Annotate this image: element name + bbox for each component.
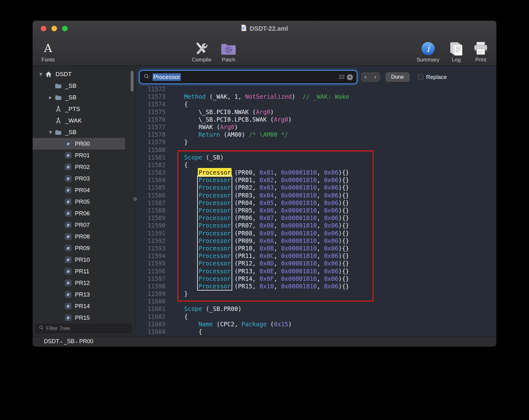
window-header: DSDT-22.aml A Fonts Compile Patch [33, 21, 496, 66]
find-query-text[interactable]: Processor [153, 73, 181, 81]
code-token: , [274, 230, 281, 237]
code-token: 0x06 [324, 184, 338, 191]
line-content: Processor (PR13, 0x0E, 0x00001810, 0x06)… [170, 268, 349, 275]
compile-button[interactable]: Compile [192, 41, 211, 63]
disclosure-down-icon[interactable]: ▼ [47, 130, 54, 134]
code-token: , [317, 176, 324, 183]
tree-item-pr10[interactable]: PR10 [33, 254, 125, 265]
code-token: 0x00001810 [281, 192, 317, 199]
pane-splitter-knob[interactable] [133, 197, 137, 201]
code-token: ){} [338, 169, 349, 176]
tree-item-pr13[interactable]: PR13 [33, 289, 125, 300]
code-token: (PR03, [231, 192, 259, 199]
code-token [170, 268, 199, 275]
print-button[interactable]: Print [473, 41, 488, 63]
code-editor[interactable]: 1157211573 Method (_WAK, 1, NotSerialize… [135, 66, 496, 336]
code-token [170, 214, 199, 221]
tree-item-pr06[interactable]: PR06 [33, 207, 125, 219]
done-button[interactable]: Done [385, 72, 410, 82]
code-token: 0x0F [259, 275, 274, 282]
editor-pane[interactable]: Processor 22 ✕ ‹ › Done Replace 11572115… [135, 66, 496, 336]
tree-item-pr03[interactable]: PR03 [33, 173, 125, 184]
code-token: ){} [338, 184, 349, 191]
sidebar-tree: ▼DSDT_SB▶_SB_PTS_WAK▼_SBPR00PR01PR02PR03… [33, 66, 135, 323]
code-line: 11583 Processor (PR00, 0x01, 0x00001810,… [135, 169, 496, 176]
tree-item-dsdt[interactable]: ▼DSDT [33, 68, 125, 80]
tree-item-_sb[interactable]: ▼_SB [33, 126, 125, 138]
tree-item-pr09[interactable]: PR09 [33, 242, 125, 254]
window-title-row: DSDT-22.aml [33, 24, 496, 33]
code-token: 0x00001810 [281, 199, 317, 206]
method-icon [54, 117, 62, 124]
previous-match-button[interactable]: ‹ [361, 72, 370, 82]
line-number: 11590 [135, 222, 165, 229]
line-number: 11578 [135, 131, 165, 138]
code-token: ){} [338, 245, 349, 252]
tree-item-pr08[interactable]: PR08 [33, 231, 125, 242]
tree-item-_wak[interactable]: _WAK [33, 115, 125, 126]
line-content: Processor (PR02, 0x03, 0x00001810, 0x06)… [170, 184, 349, 191]
code-token: \_SB.PCI0.LPCB.SWAK ( [170, 116, 274, 123]
tree-item-_sb[interactable]: _SB [33, 80, 125, 92]
tree-item-pr07[interactable]: PR07 [33, 219, 125, 231]
line-content: \_SB.PCI0.NWAK (Arg0) [170, 108, 274, 115]
disclosure-right-icon[interactable]: ▶ [47, 95, 54, 100]
tree-item-_pts[interactable]: _PTS [33, 103, 125, 115]
code-token [170, 245, 199, 252]
tree-item-label: PR14 [75, 303, 90, 310]
tree-item-pr00[interactable]: PR00 [33, 138, 125, 150]
compile-icon [193, 41, 210, 56]
code-token: , [274, 184, 281, 191]
tree-item-label: PR15 [75, 314, 90, 321]
filter-search-icon [39, 325, 44, 332]
next-match-button[interactable]: › [371, 72, 380, 82]
code-token: 0x15 [274, 321, 288, 328]
code-line: 11586 Processor (PR03, 0x04, 0x00001810,… [135, 192, 496, 199]
tree-item-pr11[interactable]: PR11 [33, 265, 125, 277]
code-token: // _WAK: Wake [302, 93, 349, 100]
log-button[interactable]: Log [449, 41, 464, 63]
content-area: ▼DSDT_SB▶_SB_PTS_WAK▼_SBPR00PR01PR02PR03… [33, 66, 496, 336]
code-token: Arg0 [274, 116, 288, 123]
proc-icon [64, 163, 72, 171]
line-content: Processor (PR06, 0x07, 0x00001810, 0x06)… [170, 214, 349, 221]
disclosure-down-icon[interactable]: ▼ [37, 72, 45, 76]
clear-search-icon[interactable]: ✕ [347, 74, 353, 80]
code-token: 0x06 [324, 199, 338, 206]
tree-item-_sb[interactable]: ▶_SB [33, 92, 125, 103]
breadcrumb-item-dsdt[interactable]: DSDT [44, 338, 59, 344]
tree-item-label: PR06 [75, 210, 90, 217]
replace-checkbox[interactable] [418, 74, 423, 80]
summary-button[interactable]: i Summary [416, 41, 439, 63]
tree-item-pr01[interactable]: PR01 [33, 150, 125, 161]
tree-item-label: PR11 [75, 268, 89, 275]
line-content: Scope (_SB) [170, 154, 224, 161]
code-token: 0x06 [324, 222, 338, 229]
patch-button[interactable]: Patch [221, 41, 236, 63]
search-icon[interactable] [144, 74, 150, 81]
code-token [170, 305, 184, 312]
find-field[interactable]: Processor 22 ✕ [140, 71, 357, 83]
breadcrumb-item-_sb[interactable]: _SB [64, 338, 75, 344]
fonts-button[interactable]: A Fonts [41, 41, 55, 63]
line-number: 11599 [135, 290, 165, 297]
tree-item-pr14[interactable]: PR14 [33, 300, 125, 312]
breadcrumb-item-pr00[interactable]: PR00 [79, 338, 93, 344]
code-token: 0x0A [259, 237, 274, 244]
code-token: 0x00001810 [281, 184, 317, 191]
code-token: ( [267, 321, 274, 328]
sidebar-scrollbar[interactable] [131, 71, 134, 92]
code-token: 0x06 [324, 230, 338, 237]
tree-item-pr15[interactable]: PR15 [33, 312, 125, 323]
code-token: 0x02 [259, 176, 274, 183]
tree-item-pr02[interactable]: PR02 [33, 161, 125, 173]
tree-item-label: PR04 [75, 187, 90, 194]
find-match: Processor [199, 275, 231, 282]
tree-item-pr05[interactable]: PR05 [33, 196, 125, 207]
tree-item-pr04[interactable]: PR04 [33, 184, 125, 196]
line-number: 11604 [135, 328, 165, 335]
filter-tree-input[interactable] [46, 325, 129, 332]
tree-item-pr12[interactable]: PR12 [33, 277, 125, 289]
code-token: 0x00001810 [281, 245, 317, 252]
line-number: 11597 [135, 275, 165, 282]
